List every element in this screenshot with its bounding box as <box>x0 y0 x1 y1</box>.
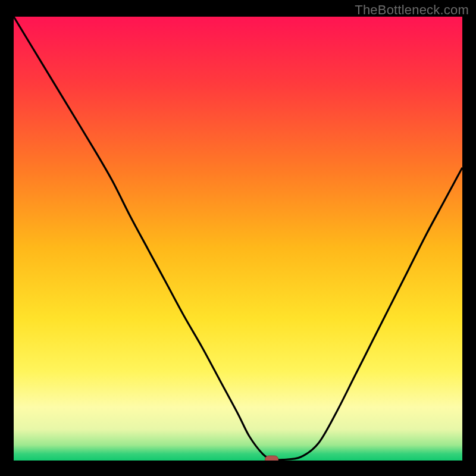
bottleneck-chart <box>0 0 476 476</box>
watermark-text: TheBottleneck.com <box>355 2 469 18</box>
plot-background-gradient <box>14 17 462 461</box>
